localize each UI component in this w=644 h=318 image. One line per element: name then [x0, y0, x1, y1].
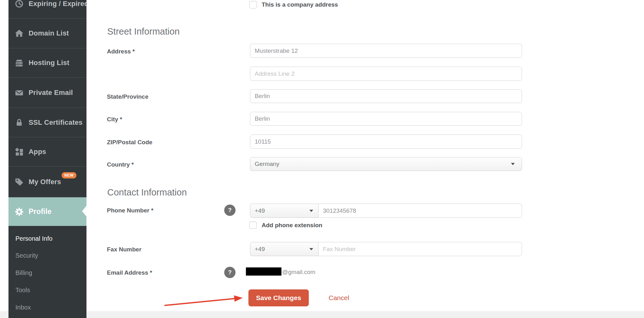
new-badge: NEW [62, 172, 77, 178]
country-select[interactable]: Germany [250, 157, 522, 171]
phone-country-code-value: +49 [255, 207, 265, 214]
lock-icon [14, 118, 24, 128]
subitem-label: Billing [15, 269, 32, 277]
sidebar-item-label: Hosting List [29, 59, 69, 67]
sidebar-item-label: Expiring / Expired [29, 0, 86, 8]
chevron-down-icon [309, 248, 313, 250]
address-line-2-input[interactable] [250, 67, 522, 81]
bottom-band [0, 311, 644, 318]
sidebar-subitem-inbox[interactable]: Inbox [8, 299, 86, 316]
state-province-label: State/Province [107, 93, 148, 101]
subitem-label: Security [15, 252, 38, 259]
subitem-label: Inbox [15, 304, 31, 311]
sidebar-item-apps[interactable]: Apps [8, 137, 86, 167]
email-domain-text: @gmail.com [282, 268, 315, 276]
question-mark-glyph: ? [228, 269, 232, 276]
server-icon [14, 58, 24, 68]
address-input[interactable] [250, 44, 522, 58]
sidebar-subitem-personal-info[interactable]: Personal Info [8, 230, 86, 247]
sidebar-item-label: SSL Certificates [29, 118, 83, 127]
question-mark-glyph: ? [228, 207, 232, 214]
apps-icon [14, 147, 24, 157]
subitem-label: Tools [15, 287, 30, 294]
sidebar-item-profile[interactable]: Profile [8, 197, 86, 226]
clock-icon [14, 0, 24, 9]
sidebar-subitem-tools[interactable]: Tools [8, 282, 86, 299]
company-address-checkbox[interactable] [249, 1, 257, 8]
tag-icon [14, 177, 24, 187]
country-label: Country * [107, 161, 134, 169]
save-changes-button[interactable]: Save Changes [248, 289, 309, 306]
address-label: Address * [107, 47, 135, 56]
sidebar-subitem-billing[interactable]: Billing [8, 264, 86, 281]
cancel-link[interactable]: Cancel [329, 293, 349, 302]
zip-postal-code-label: ZIP/Postal Code [107, 138, 153, 146]
sidebar-item-private-email[interactable]: Private Email [8, 78, 86, 108]
zip-postal-code-input[interactable] [250, 134, 522, 149]
chevron-down-icon [309, 210, 313, 212]
phone-help-icon[interactable]: ? [224, 205, 236, 216]
add-phone-extension-label: Add phone extension [262, 221, 322, 229]
subitem-label: Personal Info [15, 235, 53, 242]
phone-country-code-select[interactable]: +49 [250, 204, 319, 218]
sidebar-item-hosting-list[interactable]: Hosting List [8, 48, 86, 78]
sidebar-item-label: Profile [29, 207, 52, 216]
email-help-icon[interactable]: ? [224, 267, 236, 278]
sidebar-item-label: Apps [29, 148, 46, 156]
company-address-checkbox-label: This is a company address [262, 1, 338, 9]
profile-page: Expiring / Expired Domain List [0, 0, 644, 318]
sidebar-item-expiring-expired[interactable]: Expiring / Expired [8, 0, 86, 19]
contact-information-heading: Contact Information [107, 187, 187, 198]
sidebar-subitem-security[interactable]: Security [8, 247, 86, 264]
fax-number-label: Fax Number [107, 245, 142, 254]
sidebar-item-label: Private Email [29, 89, 73, 97]
home-icon [14, 28, 24, 38]
fax-number-input[interactable] [318, 242, 522, 256]
sidebar-item-label: My Offers [29, 178, 61, 186]
redacted-email-local-part [246, 267, 281, 276]
envelope-icon [14, 88, 24, 98]
active-item-notch [82, 206, 86, 217]
sidebar-item-my-offers[interactable]: My Offers NEW [8, 167, 86, 197]
phone-number-label: Phone Number * [107, 206, 153, 215]
gear-icon [14, 207, 24, 217]
city-input[interactable] [250, 112, 522, 126]
state-province-input[interactable] [250, 89, 522, 103]
annotation-arrow [158, 292, 249, 310]
sidebar-item-ssl-certificates[interactable]: SSL Certificates [8, 108, 86, 137]
sidebar-item-domain-list[interactable]: Domain List [8, 19, 86, 48]
city-label: City * [107, 115, 122, 123]
add-phone-extension-checkbox[interactable] [249, 222, 257, 229]
sidebar-item-label: Domain List [29, 29, 69, 37]
chevron-down-icon [511, 163, 515, 165]
phone-number-input[interactable] [318, 204, 522, 218]
street-information-heading: Street Information [107, 26, 180, 37]
email-address-label: Email Address * [107, 269, 152, 277]
country-select-value: Germany [255, 161, 279, 167]
fax-country-code-value: +49 [255, 246, 265, 253]
sidebar: Expiring / Expired Domain List [8, 0, 86, 318]
fax-country-code-select[interactable]: +49 [250, 242, 319, 256]
